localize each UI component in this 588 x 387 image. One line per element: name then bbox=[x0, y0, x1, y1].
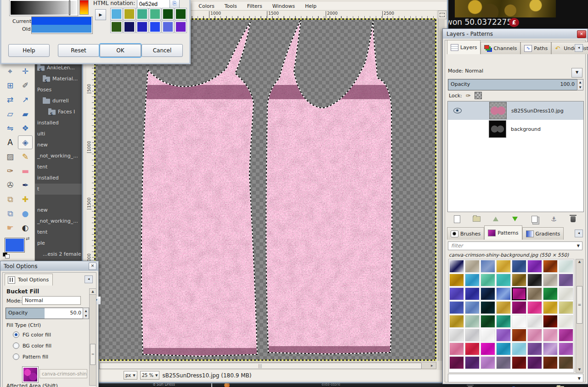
pattern-swatch[interactable] bbox=[543, 356, 558, 369]
pattern-swatch[interactable] bbox=[449, 315, 464, 328]
pattern-swatch[interactable] bbox=[559, 287, 573, 300]
new-group-button[interactable] bbox=[472, 215, 481, 223]
pattern-swatch[interactable] bbox=[465, 356, 480, 369]
mode-combo[interactable]: Normal ▼ bbox=[22, 296, 81, 305]
paintbrush-tool[interactable]: ✑ bbox=[3, 164, 17, 178]
radio-icon[interactable] bbox=[13, 331, 19, 338]
list-item[interactable]: Material... bbox=[34, 73, 86, 84]
pattern-swatch[interactable] bbox=[559, 274, 573, 286]
list-item[interactable]: t bbox=[34, 184, 86, 195]
pattern-swatch[interactable] bbox=[512, 329, 526, 342]
opacity-spinner[interactable]: ▲▼ bbox=[83, 308, 89, 319]
ok-button[interactable]: OK bbox=[100, 44, 141, 57]
pattern-swatch[interactable] bbox=[527, 356, 542, 369]
pattern-swatch[interactable] bbox=[449, 301, 464, 314]
visibility-eye-icon[interactable] bbox=[453, 108, 462, 113]
layers-window-titlebar[interactable]: Layers - Patterns ✕ bbox=[443, 29, 588, 39]
pattern-swatch[interactable] bbox=[496, 342, 511, 355]
collapse-arrow-button[interactable]: ◂ bbox=[85, 275, 93, 283]
opacity-spinner[interactable]: ▲▼ bbox=[577, 79, 583, 90]
heal-tool[interactable]: ✚ bbox=[18, 192, 33, 206]
pattern-swatch[interactable] bbox=[543, 315, 558, 328]
anchor-layer-button[interactable]: ⚓ bbox=[549, 215, 559, 223]
pattern-swatch[interactable] bbox=[527, 329, 542, 342]
refresh-patterns-button[interactable]: ↻ bbox=[510, 385, 520, 387]
fill-option-fg-color-fill[interactable]: FG color fill bbox=[13, 331, 51, 338]
airbrush-tool[interactable]: ✇ bbox=[3, 178, 17, 192]
pattern-swatch[interactable] bbox=[496, 274, 511, 286]
unit-combo[interactable]: px ▼ bbox=[124, 371, 137, 380]
pencil-tool[interactable]: ✎ bbox=[18, 150, 33, 163]
scale-tool[interactable]: ↗ bbox=[18, 93, 33, 107]
pattern-swatch[interactable] bbox=[527, 301, 542, 314]
palette-swatch[interactable] bbox=[175, 8, 187, 20]
delete-pattern-button[interactable] bbox=[465, 385, 475, 387]
palette-swatch[interactable] bbox=[162, 8, 174, 20]
list-item[interactable]: Poses bbox=[34, 84, 86, 95]
pattern-swatch[interactable] bbox=[481, 287, 495, 300]
pattern-swatch[interactable] bbox=[449, 274, 464, 286]
list-item[interactable]: tent bbox=[34, 162, 86, 173]
tab-patterns[interactable]: Patterns bbox=[484, 225, 522, 240]
open-pattern-folder-button[interactable] bbox=[556, 385, 565, 387]
pattern-swatch[interactable] bbox=[543, 274, 558, 286]
duplicate-layer-button[interactable] bbox=[530, 215, 539, 223]
pattern-swatch[interactable] bbox=[512, 260, 526, 273]
perspective-clone-tool[interactable]: ⧉ bbox=[3, 207, 17, 220]
paste-color-icon[interactable]: ⎘ bbox=[170, 0, 180, 9]
tab-channels[interactable]: Channels bbox=[481, 42, 520, 54]
pattern-grid-scrollbar[interactable]: ▲ ≡ ▼ bbox=[576, 259, 583, 373]
measure-tool[interactable]: ⌖ bbox=[3, 64, 17, 78]
palette-swatch[interactable] bbox=[162, 21, 174, 33]
pattern-swatch[interactable] bbox=[543, 301, 558, 314]
pattern-swatch[interactable] bbox=[559, 301, 573, 314]
pattern-swatch[interactable] bbox=[496, 329, 511, 342]
list-item[interactable]: new bbox=[34, 140, 86, 151]
scroll-up-arrow[interactable]: ▲ bbox=[90, 289, 96, 295]
lower-layer-button[interactable] bbox=[510, 215, 520, 223]
fill-option-bg-color-fill[interactable]: BG color fill bbox=[13, 342, 51, 349]
blur-tool[interactable]: ● bbox=[18, 207, 33, 220]
close-icon[interactable]: ✕ bbox=[89, 263, 96, 270]
ink-tool[interactable]: ✒ bbox=[18, 178, 33, 192]
pattern-swatch[interactable] bbox=[449, 260, 464, 273]
clone-tool[interactable]: ⧉ bbox=[3, 192, 17, 206]
swap-colors-icon[interactable]: ⇄ bbox=[26, 236, 29, 241]
fg-bg-color-widget[interactable]: ⇄ bbox=[5, 238, 31, 258]
help-button[interactable]: Help bbox=[8, 44, 50, 57]
tab-gradients[interactable]: Gradients bbox=[522, 227, 564, 240]
rotate-tool[interactable]: ⇄ bbox=[3, 93, 17, 107]
pattern-swatch[interactable] bbox=[512, 301, 526, 314]
palette-arrow-button[interactable]: ▶ bbox=[95, 9, 106, 20]
html-notation-input[interactable] bbox=[137, 0, 170, 9]
pattern-swatch[interactable] bbox=[449, 342, 464, 355]
collapse-arrow-button[interactable]: ◂ bbox=[575, 230, 583, 237]
pattern-swatch[interactable] bbox=[465, 342, 480, 355]
scroll-handle[interactable]: ≡ bbox=[90, 344, 96, 365]
saturation-value-square[interactable] bbox=[10, 0, 78, 16]
tool-options-scrollbar[interactable]: ▲ ≡ bbox=[89, 288, 96, 386]
palette-swatch[interactable] bbox=[111, 21, 122, 33]
list-item[interactable]: tent bbox=[34, 227, 86, 238]
pattern-swatch[interactable] bbox=[559, 315, 573, 328]
pattern-swatch[interactable] bbox=[496, 301, 511, 314]
pattern-swatch[interactable] bbox=[465, 315, 480, 328]
tab-paths[interactable]: ∿Paths bbox=[520, 42, 551, 54]
gradient-tool[interactable]: ▨ bbox=[3, 150, 17, 163]
pattern-swatch[interactable] bbox=[543, 342, 558, 355]
pattern-swatch[interactable] bbox=[527, 274, 542, 286]
fill-option-pattern-fill[interactable]: Pattern fill bbox=[13, 353, 48, 360]
pattern-swatch[interactable] bbox=[543, 329, 558, 342]
pattern-swatch[interactable] bbox=[481, 301, 495, 314]
flip-tool[interactable]: ⇋ bbox=[3, 121, 17, 135]
pattern-swatch[interactable] bbox=[527, 342, 542, 355]
lock-alpha-icon[interactable] bbox=[475, 92, 482, 99]
cage-transform-tool[interactable]: ❖ bbox=[18, 121, 33, 135]
tab-brushes[interactable]: Brushes bbox=[447, 227, 484, 240]
pattern-swatch[interactable] bbox=[527, 315, 542, 328]
pattern-swatch[interactable] bbox=[496, 315, 511, 328]
scroll-up-arrow[interactable]: ▲ bbox=[576, 259, 583, 264]
menu-item-windows[interactable]: Windows bbox=[272, 3, 295, 9]
hue-strip[interactable] bbox=[79, 0, 89, 15]
palette-swatch[interactable] bbox=[111, 8, 122, 20]
